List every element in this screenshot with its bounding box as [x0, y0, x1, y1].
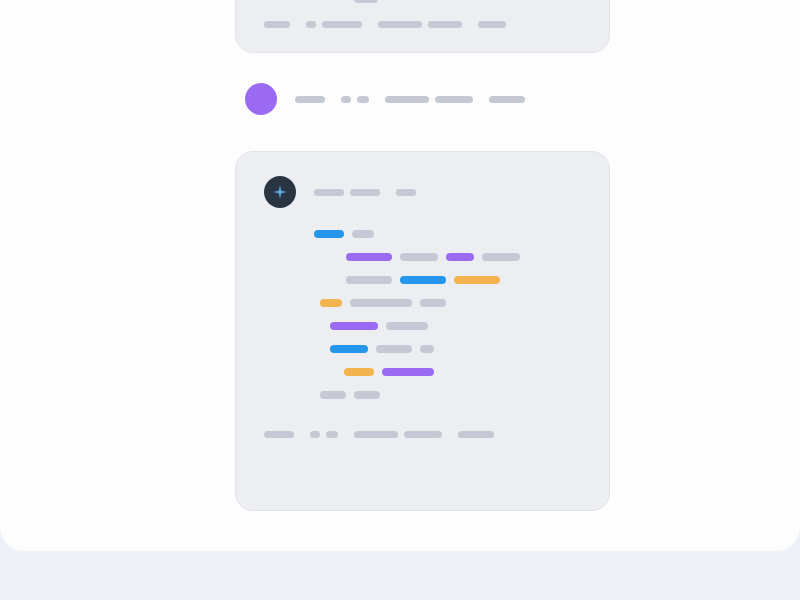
- code-token: [350, 299, 412, 307]
- placeholder-token: [458, 431, 494, 438]
- code-token: [314, 230, 344, 238]
- ai-avatar: [264, 176, 296, 208]
- code-token: [320, 391, 346, 399]
- placeholder-token: [385, 96, 429, 103]
- code-token: [420, 345, 434, 353]
- chat-panel: [0, 0, 800, 551]
- code-token: [320, 299, 342, 307]
- code-token: [376, 345, 412, 353]
- code-token: [420, 299, 446, 307]
- placeholder-token: [314, 189, 344, 196]
- placeholder-token: [326, 431, 338, 438]
- code-token: [482, 253, 520, 261]
- placeholder-token: [489, 96, 525, 103]
- sparkle-icon: [272, 184, 288, 200]
- placeholder-token: [435, 96, 473, 103]
- placeholder-token: [428, 21, 462, 28]
- code-block: [314, 230, 581, 399]
- code-token: [354, 391, 380, 399]
- code-token: [382, 368, 434, 376]
- placeholder-token: [306, 21, 316, 28]
- code-token: [346, 276, 392, 284]
- placeholder-token: [295, 96, 325, 103]
- placeholder-token: [354, 431, 398, 438]
- placeholder-token: [264, 21, 290, 28]
- code-token: [400, 253, 438, 261]
- placeholder-token: [350, 189, 380, 196]
- code-token: [330, 345, 368, 353]
- assistant-message-card: [235, 151, 610, 511]
- placeholder-token: [378, 21, 422, 28]
- placeholder-token: [264, 431, 294, 438]
- placeholder-token: [357, 96, 369, 103]
- placeholder-token: [341, 96, 351, 103]
- placeholder-token: [354, 0, 378, 3]
- assistant-message-card-partial: [235, 0, 610, 53]
- placeholder-token: [404, 431, 442, 438]
- code-token: [400, 276, 446, 284]
- user-avatar: [245, 83, 277, 115]
- code-token: [454, 276, 500, 284]
- placeholder-token: [478, 21, 506, 28]
- code-token: [446, 253, 474, 261]
- code-token: [352, 230, 374, 238]
- code-token: [386, 322, 428, 330]
- code-token: [346, 253, 392, 261]
- placeholder-token: [322, 21, 362, 28]
- code-token: [330, 322, 378, 330]
- placeholder-token: [310, 431, 320, 438]
- user-message: [245, 83, 760, 115]
- placeholder-token: [396, 189, 416, 196]
- code-token: [344, 368, 374, 376]
